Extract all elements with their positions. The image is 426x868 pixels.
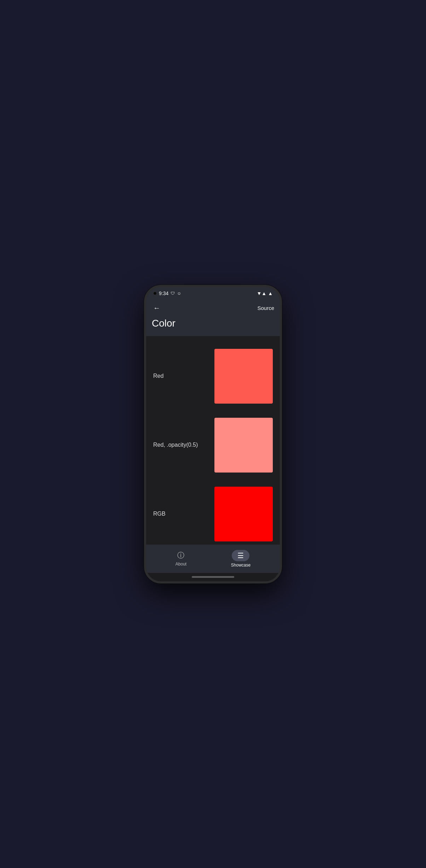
nav-icon-container-showcase: ☰ <box>232 550 249 561</box>
camera-icon <box>153 292 157 295</box>
shield-icon: 🛡 <box>171 291 175 296</box>
signal-icon: ▲ <box>268 291 273 296</box>
content-area: RedRed, .opacity(0.5)RGBWhite, OpacityAc… <box>146 336 280 545</box>
color-row-red-opacity: Red, .opacity(0.5) <box>152 411 274 480</box>
nav-item-about[interactable]: ⓘAbout <box>167 548 195 569</box>
nav-label-showcase: Showcase <box>231 563 251 568</box>
back-button[interactable]: ← <box>152 303 162 313</box>
status-bar-left: 9:34 🛡 ☺ <box>153 291 182 296</box>
color-row-rgb: RGB <box>152 480 274 545</box>
status-time: 9:34 <box>159 291 168 296</box>
app-bar-top: ← Source <box>152 303 274 313</box>
home-bar <box>192 576 234 578</box>
home-indicator <box>146 573 280 581</box>
color-row-red: Red <box>152 342 274 411</box>
phone-frame: 9:34 🛡 ☺ ▼▲ ▲ ← Source Color RedRed, .op… <box>144 285 282 583</box>
color-list: RedRed, .opacity(0.5)RGBWhite, OpacityAc… <box>152 342 274 545</box>
color-swatch-rgb <box>214 487 273 541</box>
color-swatch-red-opacity <box>214 418 273 473</box>
status-bar-right: ▼▲ ▲ <box>257 291 273 296</box>
nav-label-about: About <box>175 562 186 567</box>
bottom-nav: ⓘAbout☰Showcase <box>146 545 280 573</box>
status-bar: 9:34 🛡 ☺ ▼▲ ▲ <box>146 287 280 300</box>
color-label-red: Red <box>153 373 163 379</box>
wifi-icon: ▼▲ <box>257 291 266 296</box>
nav-item-showcase[interactable]: ☰Showcase <box>223 547 259 570</box>
nav-icon-container-about: ⓘ <box>177 551 184 560</box>
app-bar: ← Source Color <box>146 300 280 336</box>
source-button[interactable]: Source <box>257 305 274 311</box>
about-icon: ⓘ <box>177 551 184 559</box>
color-swatch-red <box>214 349 273 404</box>
face-icon: ☺ <box>177 291 181 296</box>
showcase-icon: ☰ <box>237 552 244 559</box>
color-label-red-opacity: Red, .opacity(0.5) <box>153 442 198 448</box>
page-title: Color <box>152 316 274 330</box>
color-label-rgb: RGB <box>153 511 166 517</box>
